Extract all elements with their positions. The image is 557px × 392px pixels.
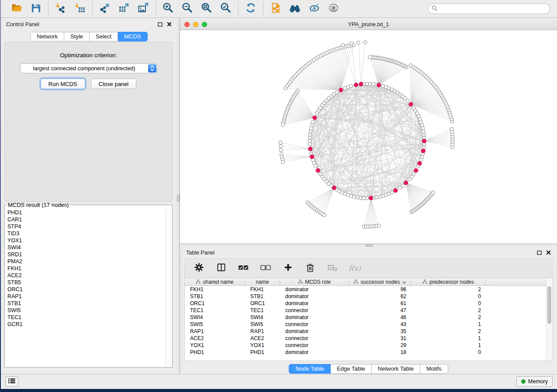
status-bar: Memory — [1, 374, 557, 389]
table-tab-motifs[interactable]: Motifs — [420, 364, 448, 374]
mcds-node-item[interactable]: SWI5 — [7, 307, 165, 314]
export-network-button[interactable] — [99, 3, 111, 15]
right-area: YPA_prune.txt_1 Table Panel — [180, 18, 557, 375]
search-icon — [432, 5, 437, 13]
mcds-node-item[interactable]: ACE2 — [7, 272, 165, 279]
mcds-node-item[interactable]: GCR1 — [7, 321, 165, 328]
close-panel-icon[interactable] — [167, 21, 172, 28]
table-row[interactable]: STB1STB1dominator620 — [185, 293, 552, 300]
deselect-all-button[interactable] — [260, 263, 271, 274]
mcds-node-item[interactable]: STB5 — [7, 279, 165, 286]
zoom-selected-button[interactable] — [220, 3, 232, 15]
delete-row-button[interactable] — [305, 263, 315, 274]
mcds-node-item[interactable]: SWI4 — [7, 244, 165, 251]
column-header-MCDS-role[interactable]: MCDS role — [280, 278, 349, 285]
mcds-node-item[interactable]: SRD1 — [7, 251, 165, 258]
cell-name: STB1 — [245, 293, 280, 299]
cell-shared-name: STB1 — [185, 293, 245, 299]
tab-style[interactable]: Style — [64, 32, 90, 41]
close-panel-icon[interactable] — [546, 249, 551, 257]
import-network-button[interactable] — [55, 3, 67, 15]
mcds-node-item[interactable]: PHD1 — [7, 209, 165, 216]
mcds-node-item[interactable]: TID3 — [7, 230, 165, 237]
import-table-button[interactable] — [74, 3, 86, 15]
refresh-layout-button[interactable] — [245, 3, 257, 15]
table-scrollbar[interactable] — [546, 278, 552, 361]
search-network-button[interactable] — [289, 3, 301, 15]
scrollbar-thumb[interactable] — [547, 286, 551, 324]
table-row[interactable]: YOX1YOX1connector291 — [185, 342, 552, 349]
table-row[interactable]: PHD1PHD1dominator180 — [185, 349, 552, 356]
memory-button[interactable]: Memory — [516, 376, 553, 387]
mcds-node-item[interactable]: RAP1 — [7, 293, 165, 300]
criterion-value: largest connected component (undirected) — [21, 65, 148, 72]
cell-MCDS-role: dominator — [280, 286, 349, 292]
close-panel-button[interactable]: Close panel — [91, 79, 137, 89]
select-all-button[interactable] — [238, 263, 249, 274]
cell-name: FKH1 — [245, 286, 280, 292]
column-header-name[interactable]: name — [245, 278, 280, 285]
tab-network[interactable]: Network — [30, 32, 64, 41]
save-session-button[interactable] — [30, 3, 42, 15]
mcds-node-item[interactable]: PMA2 — [7, 258, 165, 265]
table-row[interactable]: ORC1ORC1dominator610 — [185, 300, 552, 307]
table-row[interactable]: FKH1FKH1dominator962 — [185, 286, 552, 293]
gear-button[interactable] — [194, 263, 204, 274]
table-row[interactable]: SWI5SWI5connector431 — [185, 321, 552, 328]
mcds-result-scrollbar[interactable] — [166, 209, 172, 367]
search-input[interactable] — [439, 5, 546, 12]
cell-MCDS-role: connector — [280, 335, 349, 341]
show-all-button[interactable] — [327, 3, 339, 15]
maximize-window-button[interactable] — [202, 22, 207, 27]
column-label: predecessor nodes — [429, 279, 474, 285]
criterion-select[interactable]: largest connected component (undirected) — [20, 63, 157, 73]
search-box[interactable] — [428, 3, 550, 14]
add-row-button[interactable] — [283, 263, 293, 274]
splitter-handle[interactable] — [177, 195, 180, 202]
export-table-button[interactable] — [118, 3, 130, 15]
mcds-node-item[interactable]: CAR1 — [7, 216, 165, 223]
cell-predecessor-nodes: 0 — [411, 293, 486, 299]
tab-mcds[interactable]: MCDS — [118, 32, 147, 41]
table-row[interactable]: TEC1TEC1connector472 — [185, 307, 552, 314]
table-tab-edge-table[interactable]: Edge Table — [331, 364, 372, 374]
network-canvas[interactable] — [180, 30, 557, 244]
mcds-node-item[interactable]: STP4 — [7, 223, 165, 230]
table-row[interactable]: ACE2ACE2connector311 — [185, 335, 552, 342]
table-tab-network-table[interactable]: Network Table — [372, 364, 420, 374]
column-header-shared-name[interactable]: shared name — [185, 278, 245, 285]
zoom-out-button[interactable] — [181, 3, 194, 15]
mcds-panel: Optimization criterion: largest connecte… — [4, 42, 173, 202]
network-document-button[interactable] — [270, 3, 282, 15]
task-history-button[interactable] — [5, 376, 18, 387]
cell-predecessor-nodes: 0 — [411, 300, 486, 306]
float-panel-icon[interactable] — [537, 249, 542, 257]
column-header-predecessor-nodes[interactable]: predecessor nodes — [411, 278, 486, 285]
cell-MCDS-role: connector — [280, 342, 349, 348]
mcds-node-item[interactable]: ORC1 — [7, 286, 165, 293]
zoom-fit-button[interactable] — [201, 3, 213, 15]
zoom-in-button[interactable] — [162, 3, 174, 15]
cell-predecessor-nodes: 2 — [411, 328, 486, 334]
mcds-node-item[interactable]: YOX1 — [7, 237, 165, 244]
table-tab-node-table[interactable]: Node Table — [289, 364, 331, 374]
minimize-window-button[interactable] — [193, 22, 198, 27]
hide-selected-button[interactable] — [308, 3, 320, 15]
float-panel-icon[interactable] — [158, 21, 163, 28]
cell-predecessor-nodes: 1 — [411, 342, 486, 348]
close-window-button[interactable] — [184, 22, 190, 27]
mcds-node-item[interactable]: FKH1 — [7, 265, 165, 272]
column-header-successor-nodes[interactable]: successor nodes — [349, 278, 411, 285]
table-row[interactable]: RAP1RAP1dominator352 — [185, 328, 552, 335]
columns-button[interactable] — [216, 263, 226, 274]
zoom-fit-icon — [201, 2, 212, 15]
tab-select[interactable]: Select — [90, 32, 118, 41]
cell-successor-nodes: 29 — [349, 342, 411, 348]
table-row[interactable]: SWI4SWI4dominator462 — [185, 314, 552, 321]
run-mcds-button[interactable]: Run MCDS — [41, 79, 85, 89]
open-file-button[interactable] — [10, 3, 23, 15]
vertical-splitter[interactable] — [177, 18, 180, 375]
mcds-node-item[interactable]: TEC1 — [7, 314, 165, 321]
mcds-node-item[interactable]: STB1 — [7, 300, 165, 307]
export-image-button[interactable] — [137, 3, 149, 15]
